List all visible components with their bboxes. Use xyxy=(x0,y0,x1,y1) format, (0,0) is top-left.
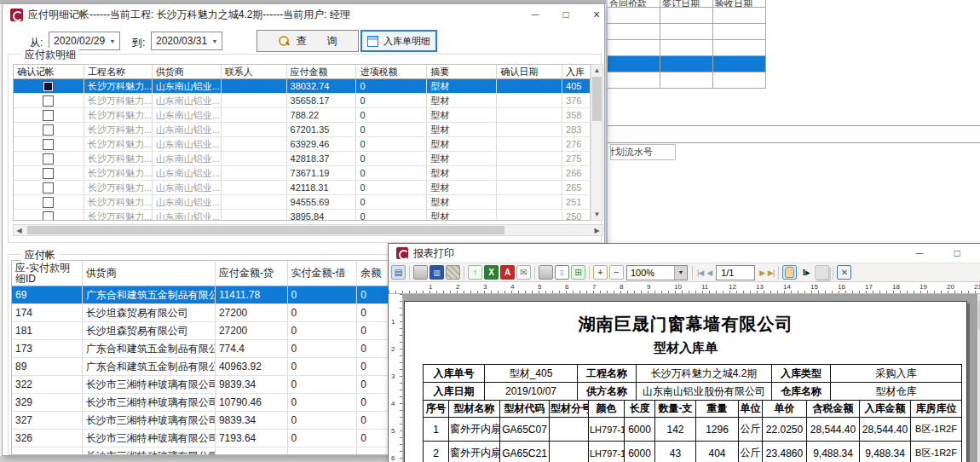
cell-project[interactable]: 长沙万科魅力... xyxy=(84,210,153,221)
table-row[interactable]: 长沙万科魅力...山东南山铝业...35658.170型材376 xyxy=(14,94,591,108)
cell-project[interactable]: 长沙万科魅力... xyxy=(84,79,153,93)
cell-inbound[interactable]: 266 xyxy=(562,166,591,180)
cell-3[interactable]: 0 xyxy=(288,358,358,375)
contract-cell[interactable] xyxy=(660,24,713,40)
confirm-checkbox[interactable] xyxy=(43,168,54,179)
cell-4[interactable] xyxy=(357,448,390,455)
cell-amount[interactable]: 67201.35 xyxy=(287,123,357,136)
contract-cell[interactable] xyxy=(608,56,660,72)
cell-project[interactable]: 长沙万科魅力... xyxy=(84,195,153,209)
cell-1[interactable]: 长沙市三湘特种玻璃有限公司 xyxy=(83,394,216,411)
cell-contact[interactable] xyxy=(222,166,287,180)
cell-4[interactable]: 0 xyxy=(357,286,390,303)
cell-4[interactable]: 0 xyxy=(357,340,390,357)
cell-1[interactable]: 广东合和建筑五金制品有限公司 xyxy=(83,340,216,357)
cell-1[interactable]: 长沙市三湘特种玻璃有限公司 xyxy=(83,412,216,429)
cell-0[interactable]: 322 xyxy=(12,376,83,393)
detail-grid-hscrollbar[interactable]: ◀ ▶ xyxy=(13,224,603,236)
cell-inbound[interactable]: 358 xyxy=(562,108,591,122)
confirm-checkbox[interactable] xyxy=(43,124,54,136)
cell-1[interactable]: 广东合和建筑五金制品有限公司 xyxy=(83,358,216,375)
table-row[interactable]: 326长沙市三湘特种玻璃有限公司7193.6400 xyxy=(12,430,390,448)
cell-summary[interactable]: 型材 xyxy=(427,137,497,151)
cell-inbound[interactable]: 283 xyxy=(562,123,591,136)
cell-tax[interactable]: 0 xyxy=(356,210,427,221)
inbound-detail-button[interactable]: 入库单明细 xyxy=(360,30,437,52)
cell-project[interactable]: 长沙万科魅力... xyxy=(84,181,153,194)
cell-2[interactable]: 774.4 xyxy=(216,340,288,357)
confirm-checkbox[interactable] xyxy=(43,211,54,222)
confirm-checkbox[interactable] xyxy=(43,139,54,150)
confirm-checkbox[interactable] xyxy=(43,95,54,107)
cell-confirm-date[interactable] xyxy=(497,181,562,194)
table-row[interactable]: 长沙万科魅力...山东南山铝业...73671.190型材266 xyxy=(14,166,591,181)
cell-3[interactable]: 0 xyxy=(288,340,358,357)
contract-cell[interactable] xyxy=(660,8,713,24)
close-button[interactable]: × xyxy=(582,4,611,25)
cell-1[interactable]: 长沙市三湘特种玻璃有限公司 xyxy=(83,448,216,455)
cell-confirm-date[interactable] xyxy=(497,195,562,209)
cell-confirm-checkbox[interactable] xyxy=(14,108,84,122)
next-page-button[interactable]: ▶ xyxy=(759,269,764,277)
cell-3[interactable]: 0 xyxy=(288,394,358,411)
cell-contact[interactable] xyxy=(222,123,287,136)
scroll-thumb[interactable] xyxy=(27,226,504,234)
cell-summary[interactable]: 型材 xyxy=(427,181,497,194)
contract-cell[interactable] xyxy=(713,8,766,24)
options-icon[interactable] xyxy=(446,265,460,280)
maximize-button[interactable]: □ xyxy=(551,4,580,25)
cell-supplier[interactable]: 山东南山铝业... xyxy=(153,195,222,209)
prev-page-button[interactable]: ◀ xyxy=(706,269,712,277)
table-row[interactable]: 174长沙坦森贸易有限公司2720000 xyxy=(12,304,390,322)
cell-contact[interactable] xyxy=(222,108,287,122)
cell-contact[interactable] xyxy=(222,152,287,165)
cell-1[interactable]: 广东合和建筑五金制品有限公司 xyxy=(83,286,216,303)
cell-amount[interactable]: 73671.19 xyxy=(287,166,357,180)
column-header-8[interactable]: 入库 xyxy=(562,65,591,78)
cell-2[interactable]: 11411.78 xyxy=(216,286,288,303)
hand-tool-icon[interactable] xyxy=(782,265,797,280)
cell-supplier[interactable]: 山东南山铝业... xyxy=(153,108,222,122)
scroll-thumb[interactable] xyxy=(592,77,602,121)
cell-project[interactable]: 长沙万科魅力... xyxy=(84,137,153,151)
cell-tax[interactable]: 0 xyxy=(356,152,427,165)
column-header-3[interactable]: 联系人 xyxy=(222,65,287,78)
cell-inbound[interactable]: 251 xyxy=(562,195,591,209)
contract-cell[interactable] xyxy=(713,24,766,40)
contract-cell[interactable] xyxy=(608,40,660,56)
cell-inbound[interactable]: 276 xyxy=(562,137,591,151)
contract-cell[interactable] xyxy=(608,24,660,40)
cell-summary[interactable]: 型材 xyxy=(427,210,497,221)
cell-0[interactable]: 174 xyxy=(12,304,83,321)
cell-confirm-date[interactable] xyxy=(497,94,562,107)
cell-confirm-checkbox[interactable] xyxy=(14,181,84,194)
cell-confirm-checkbox[interactable] xyxy=(14,94,84,107)
cell-project[interactable]: 长沙万科魅力... xyxy=(84,108,153,122)
export-icon[interactable]: ↑ xyxy=(468,265,482,280)
contract-cell[interactable] xyxy=(660,40,713,56)
cell-0[interactable]: 326 xyxy=(12,430,83,447)
cell-3[interactable]: 0 xyxy=(288,322,358,339)
column-header-4[interactable]: 余额 xyxy=(357,261,390,286)
cell-summary[interactable]: 型材 xyxy=(427,166,497,180)
last-page-button[interactable]: ▶| xyxy=(768,269,774,277)
cell-confirm-checkbox[interactable] xyxy=(14,152,84,165)
cell-2[interactable]: 7193.64 xyxy=(216,430,288,447)
cell-project[interactable]: 长沙万科魅力... xyxy=(84,152,153,165)
cell-supplier[interactable]: 山东南山铝业... xyxy=(153,123,222,136)
minimize-button[interactable]: ─ xyxy=(521,4,550,25)
contract-cell[interactable] xyxy=(713,72,766,89)
first-page-button[interactable]: |◀ xyxy=(697,269,703,277)
cell-4[interactable]: 0 xyxy=(357,304,390,321)
cell-2[interactable]: 9839.34 xyxy=(216,412,288,429)
cell-4[interactable]: 0 xyxy=(357,358,390,375)
cell-0[interactable]: 69 xyxy=(12,286,83,303)
cell-confirm-checkbox[interactable] xyxy=(14,123,84,136)
cell-amount[interactable]: 94555.69 xyxy=(287,195,357,209)
cell-1[interactable]: 长沙市三湘特种玻璃有限公司 xyxy=(83,376,216,393)
cell-confirm-checkbox[interactable] xyxy=(14,210,84,221)
cell-summary[interactable]: 型材 xyxy=(427,195,497,209)
cell-2[interactable]: 27200 xyxy=(216,304,288,321)
cell-project[interactable]: 长沙万科魅力... xyxy=(84,94,153,107)
column-header-4[interactable]: 应付金额 xyxy=(287,65,357,78)
